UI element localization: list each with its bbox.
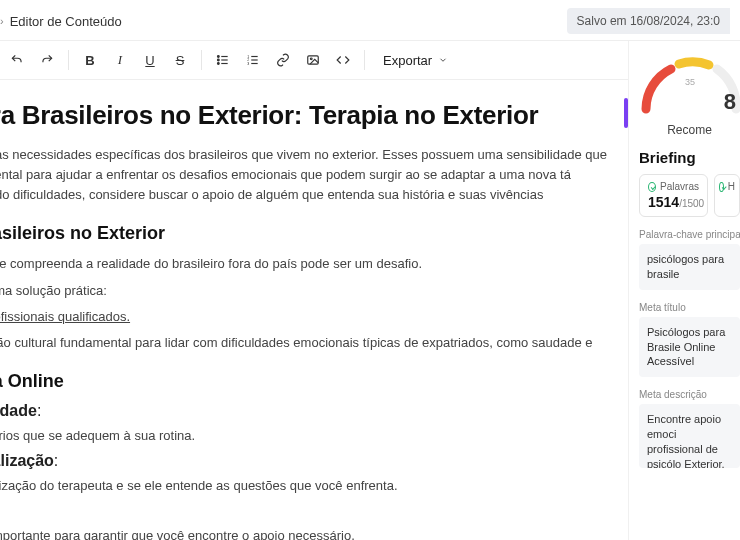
gauge-tick: 35	[685, 77, 695, 87]
doc-paragraph[interactable]: o passo importante para garantir que voc…	[0, 526, 614, 540]
gauge-value: 8	[724, 89, 736, 115]
chevron-down-icon	[438, 55, 448, 65]
doc-paragraph[interactable]: ma conexão cultural fundamental para lid…	[0, 333, 614, 353]
link-button[interactable]	[270, 47, 296, 73]
score-gauge: 35 8	[639, 49, 740, 119]
doc-paragraph[interactable]: olher horários que se adequem à sua roti…	[0, 426, 614, 446]
meta-title-field[interactable]: Psicólogos para Brasile Online Acessível	[639, 317, 740, 378]
meta-title-label: Meta título	[639, 302, 740, 313]
save-status: Salvo em 16/08/2024, 23:0	[567, 8, 730, 34]
check-icon	[648, 182, 656, 192]
doc-heading-2[interactable]: Terapia Online	[0, 371, 614, 392]
toolbar-separator	[364, 50, 365, 70]
doc-paragraph[interactable]: a especialização do terapeuta e se ele e…	[0, 476, 614, 496]
bold-button[interactable]: B	[77, 47, 103, 73]
doc-paragraph[interactable]: oferece uma solução prática:	[0, 281, 614, 301]
undo-button[interactable]	[4, 47, 30, 73]
export-label: Exportar	[383, 53, 432, 68]
cursor-accent	[624, 98, 628, 128]
gauge-label: Recome	[639, 123, 740, 137]
toolbar-separator	[68, 50, 69, 70]
svg-text:3: 3	[247, 62, 249, 66]
doc-paragraph[interactable]: icólogo que compreenda a realidade do br…	[0, 254, 614, 274]
editor-toolbar: B I U S 123 Exportar	[0, 41, 628, 80]
doc-paragraph[interactable]: esso a profissionais qualificados.	[0, 307, 614, 327]
doc-bullet[interactable]: ntal:	[0, 502, 614, 520]
svg-point-0	[217, 56, 219, 58]
check-icon	[719, 182, 724, 192]
keyword-label: Palavra-chave principal	[639, 229, 740, 240]
svg-point-1	[217, 59, 219, 61]
italic-button[interactable]: I	[107, 47, 133, 73]
svg-point-13	[310, 58, 312, 60]
breadcrumb-title: Editor de Conteúdo	[10, 14, 122, 29]
toolbar-separator	[201, 50, 202, 70]
document-editor[interactable]: s para Brasileiros no Exterior: Terapia …	[0, 80, 628, 540]
svg-rect-12	[308, 56, 319, 64]
underline-button[interactable]: U	[137, 47, 163, 73]
export-button[interactable]: Exportar	[373, 49, 458, 72]
doc-heading-2[interactable]: ara Brasileiros no Exterior	[0, 223, 614, 244]
breadcrumb[interactable]: › Editor de Conteúdo	[0, 14, 122, 29]
sidebar: 35 8 Recome Briefing Palavras 1514/1500 …	[628, 41, 740, 540]
doc-bullet[interactable]: Especialização:	[0, 452, 614, 470]
headings-chip: H	[714, 174, 740, 217]
strikethrough-button[interactable]: S	[167, 47, 193, 73]
image-button[interactable]	[300, 47, 326, 73]
doc-bullet[interactable]: Flexibilidade:	[0, 402, 614, 420]
redo-button[interactable]	[34, 47, 60, 73]
doc-link[interactable]: a profissionais qualificados.	[0, 309, 130, 324]
numbered-list-button[interactable]: 123	[240, 47, 266, 73]
briefing-heading: Briefing	[639, 149, 740, 166]
svg-point-2	[217, 63, 219, 65]
meta-desc-field[interactable]: Encontre apoio emoci profissional de psi…	[639, 404, 740, 468]
code-button[interactable]	[330, 47, 356, 73]
doc-paragraph[interactable]: reendam as necessidades específicas dos …	[0, 145, 614, 205]
word-count-chip: Palavras 1514/1500	[639, 174, 708, 217]
bullet-list-button[interactable]	[210, 47, 236, 73]
top-bar: › Editor de Conteúdo Salvo em 16/08/2024…	[0, 0, 740, 41]
chevron-right-icon: ›	[0, 15, 4, 27]
keyword-field[interactable]: psicólogos para brasile	[639, 244, 740, 290]
meta-desc-label: Meta descrição	[639, 389, 740, 400]
doc-heading-1[interactable]: s para Brasileiros no Exterior: Terapia …	[0, 100, 614, 131]
